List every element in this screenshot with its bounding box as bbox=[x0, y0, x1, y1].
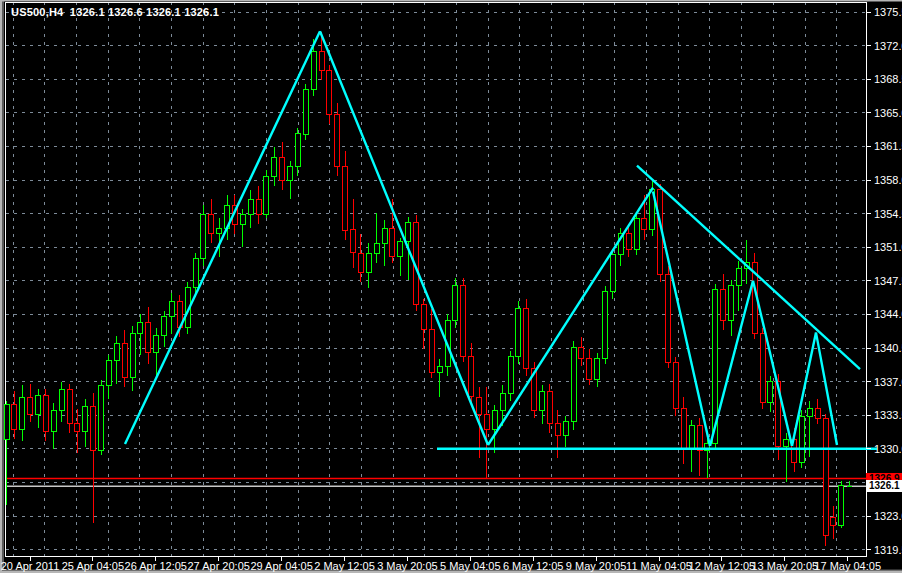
candle-body bbox=[358, 253, 363, 272]
candle-body bbox=[288, 167, 293, 180]
candle-body bbox=[461, 286, 466, 357]
candle-body bbox=[823, 418, 828, 535]
frame-edge bbox=[0, 0, 902, 2]
time-tick-label: 11 May 04:05 bbox=[626, 560, 692, 572]
price-tick-label: 1358.0 bbox=[874, 174, 902, 186]
candle-body bbox=[729, 286, 734, 321]
candle-body bbox=[280, 157, 285, 180]
candle-body bbox=[555, 424, 560, 436]
candle-body bbox=[477, 397, 482, 414]
candle-body bbox=[122, 343, 127, 378]
candle-body bbox=[209, 215, 214, 234]
candle-body bbox=[603, 291, 608, 358]
candle-body bbox=[217, 228, 222, 234]
candle-body bbox=[162, 316, 167, 335]
candle-body bbox=[335, 115, 340, 167]
candle-body bbox=[815, 409, 820, 419]
candle-body bbox=[760, 334, 765, 403]
candle-body bbox=[43, 395, 48, 432]
candle-body bbox=[295, 134, 300, 167]
candlestick-chart-area[interactable]: 1375.51372.01368.51365.01361.51358.01354… bbox=[0, 0, 902, 573]
time-tick-label: 27 Apr 20:05 bbox=[188, 560, 250, 572]
time-tick-label: 5 May 04:05 bbox=[440, 560, 501, 572]
candle-body bbox=[839, 485, 844, 525]
candle-body bbox=[256, 199, 261, 214]
candle-body bbox=[469, 357, 474, 397]
time-tick-label: 29 Apr 04:05 bbox=[250, 560, 312, 572]
candle-body bbox=[666, 274, 671, 362]
chart-title: US500,H4 1326.1 1326.6 1326.1 1326.1 bbox=[11, 6, 219, 18]
candle-body bbox=[272, 157, 277, 176]
candle-body bbox=[540, 391, 545, 410]
candle-body bbox=[634, 218, 639, 249]
time-tick-label: 25 Apr 04:05 bbox=[62, 560, 124, 572]
candle-body bbox=[351, 230, 356, 253]
price-tick-label: 1368.5 bbox=[874, 73, 902, 85]
time-tick-label: 20 Apr 2011 bbox=[1, 560, 60, 572]
candle-body bbox=[374, 243, 379, 253]
candle-body bbox=[240, 215, 245, 225]
candle-body bbox=[59, 389, 64, 410]
time-tick-label: 2 May 12:05 bbox=[314, 560, 375, 572]
candle-body bbox=[169, 301, 174, 316]
candle-body bbox=[146, 322, 151, 353]
time-tick-label: 17 May 04:05 bbox=[814, 560, 881, 572]
price-tick-label: 1347.5 bbox=[874, 275, 902, 287]
candle-body bbox=[99, 385, 104, 450]
candle-body bbox=[689, 426, 694, 449]
candle-body bbox=[343, 167, 348, 230]
frame-edge bbox=[2, 0, 4, 570]
candle-body bbox=[327, 71, 332, 115]
candle-body bbox=[595, 359, 600, 380]
candle-body bbox=[390, 228, 395, 257]
candle-body bbox=[311, 51, 316, 89]
price-tick-label: 1351.0 bbox=[874, 241, 902, 253]
price-tick-label: 1375.5 bbox=[874, 6, 902, 18]
candle-body bbox=[721, 289, 726, 320]
price-tick-label: 1372.0 bbox=[874, 40, 902, 52]
candle-body bbox=[248, 199, 253, 214]
candle-body bbox=[768, 382, 773, 403]
price-tick-label: 1354.5 bbox=[874, 208, 902, 220]
candle-body bbox=[366, 253, 371, 272]
candle-body bbox=[571, 347, 576, 422]
candle-body bbox=[406, 222, 411, 241]
candle-body bbox=[319, 51, 324, 70]
candle-body bbox=[492, 410, 497, 429]
time-tick-label: 12 May 12:05 bbox=[689, 560, 756, 572]
candle-body bbox=[516, 309, 521, 357]
candle-body bbox=[500, 393, 505, 410]
time-tick-label: 9 May 20:05 bbox=[566, 560, 627, 572]
candle-body bbox=[831, 518, 836, 526]
candle-body bbox=[67, 389, 72, 424]
candle-body bbox=[28, 397, 33, 414]
price-tick-label: 1365.0 bbox=[874, 107, 902, 119]
candle-body bbox=[36, 395, 41, 414]
candle-body bbox=[75, 424, 80, 432]
candle-body bbox=[398, 241, 403, 256]
candle-body bbox=[453, 286, 458, 321]
chart-background bbox=[0, 0, 902, 573]
price-tick-label: 1337.0 bbox=[874, 376, 902, 388]
candle-body bbox=[736, 268, 741, 285]
candle-body bbox=[12, 405, 17, 430]
price-tick-label: 1361.5 bbox=[874, 140, 902, 152]
candle-body bbox=[154, 336, 159, 353]
candle-body bbox=[201, 215, 206, 259]
time-tick-label: 6 May 12:05 bbox=[503, 560, 564, 572]
mt4-chart-window: 1375.51372.01368.51365.01361.51358.01354… bbox=[0, 0, 902, 573]
price-tick-label: 1330.0 bbox=[874, 443, 902, 455]
candle-body bbox=[673, 362, 678, 408]
candle-body bbox=[547, 391, 552, 424]
candle-body bbox=[681, 409, 686, 449]
candle-body bbox=[563, 422, 568, 435]
price-tick-label: 1323.0 bbox=[874, 510, 902, 522]
candle-body bbox=[138, 322, 143, 334]
candle-body bbox=[579, 347, 584, 359]
candle-body bbox=[83, 407, 88, 432]
candle-body bbox=[484, 414, 489, 429]
candle-body bbox=[784, 439, 789, 447]
price-tick-label: 1333.5 bbox=[874, 409, 902, 421]
candle-body bbox=[421, 305, 426, 330]
time-tick-label: 13 May 20:05 bbox=[751, 560, 818, 572]
